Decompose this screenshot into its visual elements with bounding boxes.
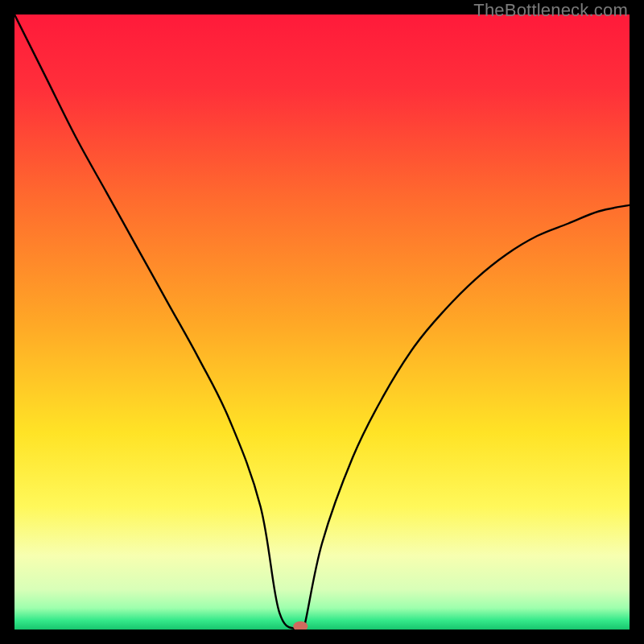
chart-frame <box>14 14 630 630</box>
gradient-background <box>14 14 630 630</box>
bottleneck-chart <box>14 14 630 630</box>
watermark-text: TheBottleneck.com <box>473 0 628 21</box>
